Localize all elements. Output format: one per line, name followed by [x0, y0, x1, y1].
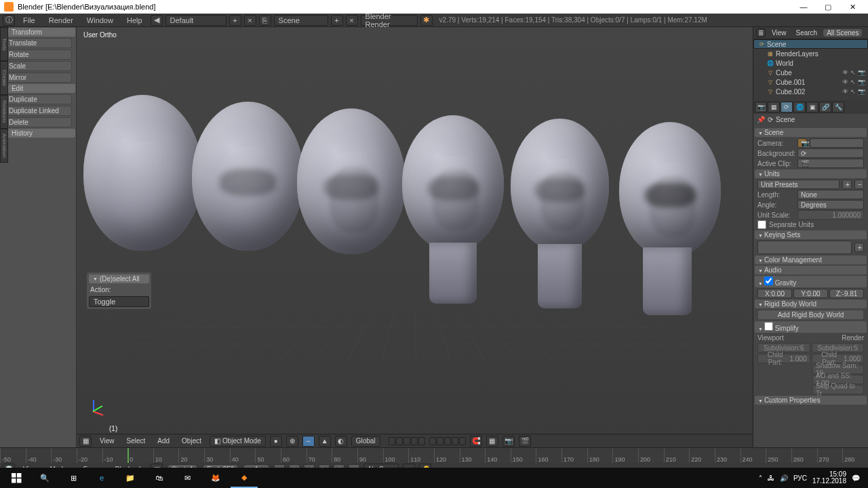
grav-y[interactable]: Y: 0.00: [793, 289, 828, 298]
outliner-editor-icon[interactable]: ≣: [756, 28, 766, 37]
redo-header[interactable]: (De)select All: [89, 274, 149, 283]
scene-dropdown[interactable]: Scene: [274, 15, 328, 26]
preset-add-icon[interactable]: +: [842, 180, 852, 189]
tab-scene-icon[interactable]: ⟳: [781, 102, 793, 113]
lang-indicator[interactable]: РУС: [793, 474, 807, 482]
vp-menu-view[interactable]: View: [96, 437, 119, 445]
gravity-check[interactable]: [764, 277, 773, 285]
snap-icon[interactable]: 🧲: [470, 436, 482, 447]
properties-body[interactable]: Scene Camera:📷 Background:⟳ Active Clip:…: [753, 125, 868, 447]
scene-link-icon[interactable]: ⎘: [259, 15, 271, 26]
store-icon[interactable]: 🛍: [145, 468, 172, 488]
explorer-icon[interactable]: 📁: [117, 468, 144, 488]
panel-simplify[interactable]: Simplify: [755, 321, 867, 333]
outliner-item[interactable]: ▽Cube.001👁↖📷: [753, 77, 868, 87]
camera-field[interactable]: 📷: [797, 138, 807, 148]
task-view-icon[interactable]: ⊞: [60, 468, 87, 488]
panel-audio[interactable]: Audio: [755, 266, 867, 274]
panel-history[interactable]: History: [1, 129, 75, 138]
length-dropdown[interactable]: None: [797, 190, 864, 199]
translate-button[interactable]: Translate: [4, 38, 72, 48]
outliner-allscenes[interactable]: All Scenes: [823, 29, 862, 37]
engine-dropdown[interactable]: Blender Render: [361, 15, 418, 26]
timeline-ruler[interactable]: -50-40-30-20-100102030405060708090100110…: [0, 448, 868, 463]
editor-type-icon[interactable]: ▦: [79, 436, 92, 447]
maximize-button[interactable]: ▢: [816, 1, 840, 13]
outliner-item[interactable]: ⟳Scene: [753, 39, 868, 49]
notifications-icon[interactable]: 💬: [852, 474, 860, 482]
unit-presets-dropdown[interactable]: Unit Presets: [757, 180, 840, 189]
mirror-button[interactable]: Mirror: [4, 73, 72, 83]
vp-menu-add[interactable]: Add: [153, 437, 174, 445]
mail-icon[interactable]: ✉: [174, 468, 201, 488]
duplicate-button[interactable]: Duplicate: [4, 94, 72, 104]
head-mesh-6[interactable]: [619, 122, 721, 258]
clip-field[interactable]: 🎬: [797, 159, 864, 168]
keying-list[interactable]: [757, 241, 852, 254]
background-field[interactable]: ⟳: [797, 148, 864, 158]
action-value[interactable]: Toggle: [89, 296, 149, 307]
vp-menu-object[interactable]: Object: [178, 437, 205, 445]
system-tray[interactable]: ˄ 🖧 🔊 РУС 15:0917.12.2018 💬: [759, 471, 865, 485]
add-scene-icon[interactable]: +: [331, 15, 343, 26]
panel-units[interactable]: Units: [755, 169, 867, 178]
close-button[interactable]: ✕: [841, 1, 864, 13]
volume-icon[interactable]: 🔊: [780, 474, 788, 482]
manip-rotate-icon[interactable]: ◐: [335, 436, 347, 447]
start-button[interactable]: [3, 468, 30, 488]
tab-modifier-icon[interactable]: 🔧: [832, 102, 844, 113]
outliner-search[interactable]: Search: [793, 29, 821, 37]
menu-window[interactable]: Window: [81, 16, 119, 25]
head-mesh-2[interactable]: [192, 102, 304, 251]
panel-scene[interactable]: Scene: [755, 128, 867, 137]
duplicate-linked-button[interactable]: Duplicate Linked: [4, 106, 72, 116]
back-icon[interactable]: ◀: [151, 15, 163, 26]
head-mesh-4[interactable]: [402, 115, 504, 251]
toolshelf-tabs[interactable]: ToolsCreateRelationsAnimation: [0, 27, 8, 434]
minimize-button[interactable]: —: [792, 1, 815, 13]
render-preview-icon[interactable]: 📷: [502, 436, 515, 447]
tab-constraint-icon[interactable]: 🔗: [819, 102, 831, 113]
camera-value[interactable]: [810, 138, 864, 148]
keying-add-icon[interactable]: +: [854, 243, 864, 252]
pivot-icon[interactable]: ⊕: [286, 436, 298, 447]
snap-target-icon[interactable]: ▦: [486, 436, 498, 447]
tab-world-icon[interactable]: 🌐: [793, 102, 806, 113]
panel-colormgmt[interactable]: Color Management: [755, 256, 867, 264]
manipulator-icon[interactable]: ↔: [302, 436, 315, 447]
outliner-view[interactable]: View: [768, 29, 790, 37]
delete-button[interactable]: Delete: [4, 117, 72, 127]
layout-dropdown[interactable]: Default: [165, 15, 226, 26]
head-mesh-5[interactable]: [511, 119, 609, 251]
orientation-dropdown[interactable]: Global: [351, 436, 380, 447]
blender-task-icon[interactable]: ◆: [231, 468, 258, 488]
network-icon[interactable]: 🖧: [768, 474, 774, 482]
del-scene-icon[interactable]: ×: [346, 15, 358, 26]
panel-gravity[interactable]: Gravity: [755, 276, 867, 287]
layer-buttons[interactable]: [389, 437, 466, 445]
render-anim-icon[interactable]: 🎬: [519, 436, 531, 447]
info-editor-icon[interactable]: ⓘ: [3, 15, 15, 26]
blender-org-icon[interactable]: ✱: [420, 15, 433, 26]
grav-x[interactable]: X: 0.00: [757, 289, 792, 298]
vp-menu-select[interactable]: Select: [123, 437, 150, 445]
add-layout-icon[interactable]: +: [229, 15, 241, 26]
menu-help[interactable]: Help: [121, 16, 148, 25]
tab-render-icon[interactable]: 📷: [755, 102, 767, 113]
tab-object-icon[interactable]: ▣: [806, 102, 818, 113]
rotate-button[interactable]: Rotate: [4, 49, 72, 60]
head-mesh-3[interactable]: [297, 108, 406, 254]
pin-icon[interactable]: 📌: [757, 116, 765, 123]
shading-solid-icon[interactable]: ●: [270, 436, 282, 447]
del-layout-icon[interactable]: ×: [244, 15, 256, 26]
angle-dropdown[interactable]: Degrees: [797, 200, 864, 209]
outliner-item[interactable]: ▦RenderLayers: [753, 49, 868, 58]
3d-viewport[interactable]: User Ortho (1) (De)select All Action: To…: [77, 27, 753, 447]
simplify-check[interactable]: [764, 322, 773, 331]
add-rbw-button[interactable]: Add Rigid Body World: [757, 310, 864, 320]
scale-button[interactable]: Scale: [4, 61, 72, 71]
outliner-item[interactable]: ▽Cube👁↖📷: [753, 68, 868, 77]
menu-render[interactable]: Render: [43, 16, 79, 25]
outliner-item[interactable]: 🌐World: [753, 58, 868, 68]
firefox-icon[interactable]: 🦊: [202, 468, 229, 488]
